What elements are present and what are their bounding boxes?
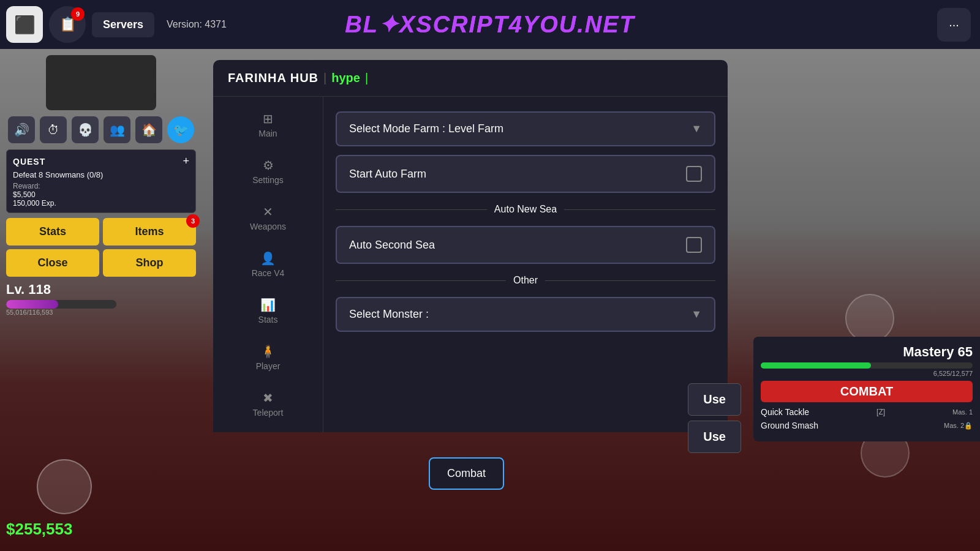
quest-box: QUEST + Defeat 8 Snowmans (0/8) Reward: …	[6, 149, 196, 213]
weapons-icon	[263, 204, 273, 219]
start-auto-farm-toggle[interactable]: Start Auto Farm	[336, 155, 715, 193]
modal-body: Main Settings Weapons Race V4 Stats Play…	[213, 97, 728, 432]
sound-icon[interactable]: 🔊	[8, 116, 35, 143]
other-divider-line-right	[545, 280, 715, 281]
person-icon[interactable]: 👥	[104, 116, 130, 143]
nav-item-racev4[interactable]: Race V4	[213, 242, 323, 287]
money-display: $255,553	[6, 520, 72, 539]
shop-button[interactable]: Shop	[103, 249, 196, 277]
combat-bottom-button[interactable]: Combat	[429, 457, 504, 490]
nav-main-label: Main	[258, 129, 277, 138]
exp-bar-fill	[6, 300, 58, 309]
other-section-text: Other	[513, 275, 538, 286]
quest-reward-label: Reward:	[13, 182, 189, 190]
start-auto-farm-label: Start Auto Farm	[349, 168, 426, 181]
modal-cursor: |	[365, 71, 368, 85]
servers-button[interactable]: Servers	[92, 12, 154, 37]
joystick-left[interactable]	[37, 459, 92, 514]
clock-icon[interactable]: ⏱	[40, 116, 67, 143]
move-1-name: Quick Tackle	[761, 407, 809, 417]
quest-reward-exp: 150,000 Exp.	[13, 199, 189, 208]
player-icon	[260, 344, 276, 359]
nav-item-stats[interactable]: Stats	[213, 289, 323, 333]
close-button[interactable]: Close	[6, 249, 99, 277]
stats-icon	[260, 298, 276, 312]
notification-badge: 9	[71, 7, 85, 21]
move-1-key: [Z]	[876, 408, 885, 416]
mastery-bar-background	[761, 362, 973, 369]
left-panel: 🔊 ⏱ 💀 👥 🏠 🐦 QUEST + Defeat 8 Snowmans (0…	[0, 49, 202, 551]
nav-weapons-label: Weapons	[250, 222, 286, 231]
stats-button[interactable]: Stats	[6, 218, 99, 246]
auto-second-sea-label: Auto Second Sea	[349, 239, 435, 252]
version-text: Version: 4371	[167, 19, 227, 30]
home-icon[interactable]: 🏠	[135, 116, 162, 143]
start-auto-farm-checkbox[interactable]	[686, 166, 702, 182]
nav-item-main[interactable]: Main	[213, 103, 323, 147]
teleport-icon	[263, 391, 273, 405]
use-button-2[interactable]: Use	[688, 421, 741, 453]
nav-item-weapons[interactable]: Weapons	[213, 196, 323, 240]
level-row: Lv. 118	[6, 282, 196, 298]
use-button-1[interactable]: Use	[688, 383, 741, 416]
joystick-right[interactable]	[845, 294, 894, 343]
skull-icon[interactable]: 💀	[72, 116, 99, 143]
select-monster-dropdown[interactable]: Select Monster : ▼	[336, 297, 715, 332]
notification-button[interactable]: 📋 9	[49, 6, 86, 43]
quest-header: QUEST +	[13, 155, 189, 168]
nav-racev4-label: Race V4	[252, 268, 285, 278]
dropdown-arrow-monster: ▼	[691, 308, 702, 321]
dropdown-arrow-mode: ▼	[691, 122, 702, 135]
auto-new-sea-text: Auto New Sea	[494, 204, 557, 215]
quest-title: QUEST	[13, 157, 45, 167]
roblox-icon[interactable]: ⬛	[6, 6, 43, 43]
content-area: Select Mode Farm : Level Farm ▼ Start Au…	[323, 97, 728, 432]
more-icon: ···	[949, 18, 959, 32]
combat-panel: Mastery 65 6,525/12,577 COMBAT Quick Tac…	[753, 337, 980, 441]
auto-second-sea-checkbox[interactable]	[686, 237, 702, 253]
main-modal: FARINHA HUB | hype | Main Settings Weapo…	[213, 60, 728, 432]
items-button[interactable]: Items 3	[103, 218, 196, 246]
combat-move-1: Quick Tackle [Z] Mas. 1	[761, 407, 973, 417]
avatar-box	[46, 55, 156, 110]
auto-new-sea-divider: Auto New Sea	[336, 204, 715, 215]
nav-item-teleport[interactable]: Teleport	[213, 382, 323, 426]
other-divider: Other	[336, 275, 715, 286]
move-2-name: Ground Smash	[761, 421, 818, 430]
nav-stats-label: Stats	[258, 315, 278, 324]
nav-item-settings[interactable]: Settings	[213, 149, 323, 193]
modal-divider: |	[323, 71, 326, 85]
other-divider-line-left	[336, 280, 506, 281]
main-icon	[263, 111, 273, 126]
racev4-icon	[260, 251, 276, 266]
exp-bar-background	[6, 300, 116, 309]
settings-icon	[263, 158, 274, 173]
nav-player-label: Player	[256, 361, 281, 371]
divider-line-right	[564, 209, 715, 210]
avatar-area	[6, 55, 196, 110]
more-button[interactable]: ···	[937, 8, 971, 42]
combat-move-2: Ground Smash Mas. 2🔒	[761, 421, 973, 430]
select-mode-dropdown[interactable]: Select Mode Farm : Level Farm ▼	[336, 111, 715, 146]
quest-plus-button[interactable]: +	[183, 155, 189, 168]
modal-title: FARINHA HUB	[228, 71, 318, 85]
auto-second-sea-toggle[interactable]: Auto Second Sea	[336, 226, 715, 264]
toolbar-row: 🔊 ⏱ 💀 👥 🏠 🐦	[6, 116, 196, 143]
quest-description: Defeat 8 Snowmans (0/8)	[13, 170, 189, 179]
mastery-sub-text: 6,525/12,577	[761, 370, 973, 377]
nav-item-player[interactable]: Player	[213, 335, 323, 380]
nav-settings-label: Settings	[252, 175, 284, 185]
top-bar: ⬛ 📋 9 Servers Version: 4371 BL✦XSCRIPT4Y…	[0, 0, 980, 49]
level-text: Lv. 118	[6, 282, 51, 298]
move-1-mas: Mas. 1	[952, 408, 973, 416]
mastery-header: Mastery 65	[761, 344, 973, 360]
exp-text: 55,016/116,593	[6, 309, 196, 316]
site-logo: BL✦XSCRIPT4YOU.NET	[345, 11, 635, 38]
modal-header: FARINHA HUB | hype |	[213, 60, 728, 97]
combat-label: COMBAT	[761, 381, 973, 402]
twitter-icon[interactable]: 🐦	[167, 116, 194, 143]
logo-text: BL✦XSCRIPT4YOU.NET	[345, 12, 635, 37]
items-badge: 3	[186, 214, 200, 228]
mastery-bar-fill	[761, 362, 871, 369]
use-buttons: Use Use	[688, 383, 741, 453]
